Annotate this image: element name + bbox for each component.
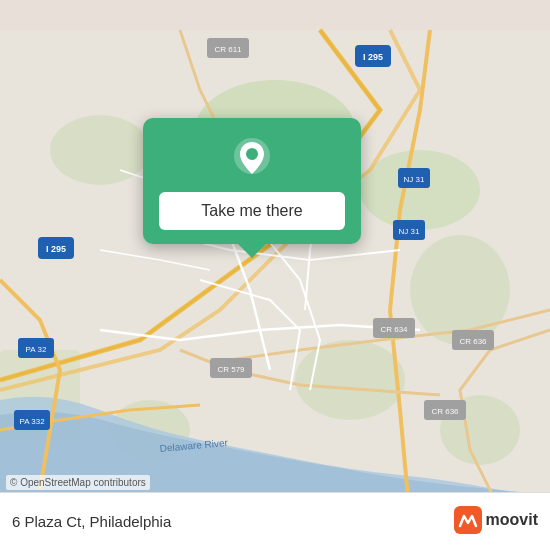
osm-attribution: © OpenStreetMap contributors [6, 475, 150, 490]
svg-text:CR 579: CR 579 [217, 365, 245, 374]
svg-text:CR 636: CR 636 [459, 337, 487, 346]
svg-point-34 [246, 148, 258, 160]
svg-point-2 [360, 150, 480, 230]
svg-text:NJ 31: NJ 31 [404, 175, 425, 184]
attribution-text: © OpenStreetMap contributors [10, 477, 146, 488]
svg-text:CR 611: CR 611 [214, 45, 242, 54]
svg-text:CR 634: CR 634 [380, 325, 408, 334]
moovit-icon [454, 506, 482, 534]
svg-text:I 295: I 295 [363, 52, 383, 62]
location-card: Take me there [143, 118, 361, 244]
svg-rect-35 [454, 506, 482, 534]
moovit-text: moovit [486, 511, 538, 529]
svg-text:PA 332: PA 332 [19, 417, 45, 426]
svg-text:I 295: I 295 [46, 244, 66, 254]
svg-text:NJ 31: NJ 31 [399, 227, 420, 236]
moovit-logo: moovit [454, 506, 538, 534]
address-text: 6 Plaza Ct, Philadelphia [12, 513, 171, 530]
map-svg: I 295 I 295 CR 611 NJ 31 NJ 31 CR 634 CR… [0, 0, 550, 550]
map-container: I 295 I 295 CR 611 NJ 31 NJ 31 CR 634 CR… [0, 0, 550, 550]
bottom-bar: 6 Plaza Ct, Philadelphia moovit [0, 492, 550, 550]
location-pin-icon [228, 134, 276, 182]
svg-point-3 [410, 235, 510, 345]
svg-text:PA 32: PA 32 [26, 345, 47, 354]
take-me-there-button[interactable]: Take me there [159, 192, 345, 230]
svg-text:CR 636: CR 636 [431, 407, 459, 416]
